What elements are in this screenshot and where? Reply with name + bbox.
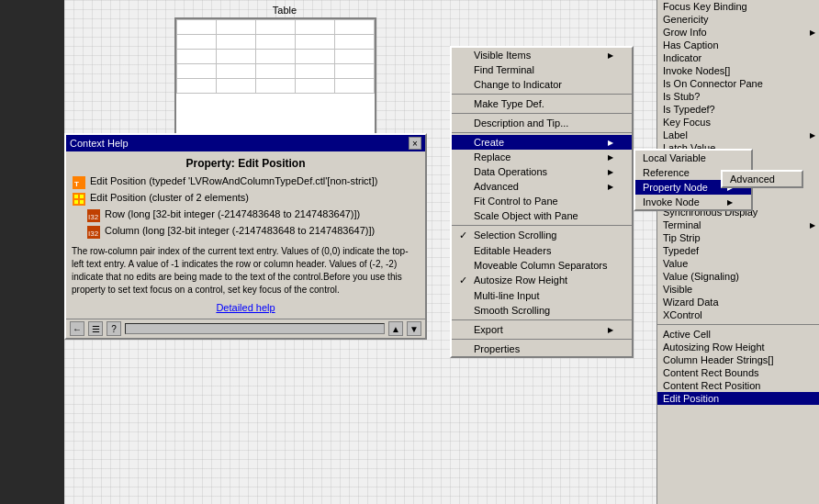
svg-text:I32: I32 — [88, 213, 99, 221]
left-panel — [0, 0, 64, 504]
menu-item-editable-headers[interactable]: Editable Headers — [452, 243, 632, 258]
context-help-item-col: I32 Column (long [32-bit integer (-21474… — [72, 225, 420, 240]
arrow-icon: ▶ — [608, 51, 613, 60]
export-arrow-icon: ▶ — [608, 326, 613, 334]
invoke-node-arrow-icon: ▶ — [727, 198, 733, 207]
typedef-text: Edit Position (typedef 'LVRowAndColumnTy… — [90, 175, 420, 186]
context-help-title-text: Context Help — [70, 138, 129, 149]
menu-item-multiline-input[interactable]: Multi-line Input — [452, 288, 632, 303]
right-panel-item-content-rect-bounds[interactable]: Content Rect Bounds — [657, 366, 819, 379]
context-help-property-title: Property: Edit Position — [72, 157, 420, 170]
context-help-footer: ← ☰ ? ▲ ▼ — [66, 319, 425, 338]
cluster-text: Edit Position (cluster of 2 elements) — [90, 192, 420, 203]
right-panel-item-typedef[interactable]: Typedef — [657, 244, 819, 257]
submenu-item-advanced[interactable]: Advanced — [723, 172, 802, 186]
menu-item-replace[interactable]: Replace ▶ — [452, 150, 632, 164]
context-help-description: The row-column pair index of the current… — [72, 245, 420, 297]
table-row — [177, 64, 375, 79]
property-node-submenu-panel: Advanced — [721, 170, 803, 188]
separator-4 — [452, 225, 632, 226]
footer-back-icon[interactable]: ← — [70, 321, 84, 336]
right-panel-item-indicator[interactable]: Indicator — [657, 51, 819, 64]
svg-rect-4 — [80, 195, 84, 198]
right-panel-item-tip-strip[interactable]: Tip Strip — [657, 231, 819, 244]
right-panel-item-invoke-nodes[interactable]: Invoke Nodes[] — [657, 64, 819, 77]
right-panel-item-content-rect-position[interactable]: Content Rect Position — [657, 379, 819, 392]
row-icon: I32 — [86, 208, 101, 223]
typedef-icon: T — [72, 175, 86, 190]
separator-6 — [452, 339, 632, 340]
menu-item-properties[interactable]: Properties — [452, 342, 632, 356]
menu-item-description-tip[interactable]: Description and Tip... — [452, 116, 632, 130]
table-inner — [176, 19, 375, 94]
right-panel-item-is-on-connector-pane[interactable]: Is On Connector Pane — [657, 77, 819, 90]
right-panel-item-value-signaling[interactable]: Value (Signaling) — [657, 270, 819, 283]
menu-item-smooth-scrolling[interactable]: Smooth Scrolling — [452, 303, 632, 318]
context-menu: Visible Items ▶ Find Terminal Change to … — [450, 46, 634, 358]
terminal-arrow: ▶ — [810, 221, 815, 230]
menu-item-visible-items[interactable]: Visible Items ▶ — [452, 48, 632, 62]
context-help-window: Context Help × Property: Edit Position T… — [64, 133, 427, 340]
workspace: Table Cont — [64, 0, 656, 504]
menu-item-fit-control[interactable]: Fit Control to Pane — [452, 194, 632, 208]
menu-item-scale-object[interactable]: Scale Object with Pane — [452, 208, 632, 223]
context-help-item-typedef: T Edit Position (typedef 'LVRowAndColumn… — [72, 175, 420, 190]
data-operations-arrow-icon: ▶ — [608, 168, 613, 176]
right-panel-item-active-cell[interactable]: Active Cell — [657, 328, 819, 341]
footer-scrollbar[interactable] — [125, 323, 385, 334]
separator-3 — [452, 132, 632, 133]
right-panel-item-label[interactable]: Label ▶ — [657, 129, 819, 141]
context-help-close-button[interactable]: × — [409, 137, 421, 150]
right-panel-item-has-caption[interactable]: Has Caption — [657, 39, 819, 51]
col-svg: I32 — [87, 226, 100, 239]
right-panel-item-edit-position[interactable]: Edit Position — [657, 392, 819, 405]
right-panel-item-value[interactable]: Value — [657, 257, 819, 270]
menu-item-data-operations[interactable]: Data Operations ▶ — [452, 164, 632, 179]
footer-scroll-up[interactable]: ▲ — [388, 321, 403, 336]
table-body — [174, 17, 376, 137]
table-row — [177, 50, 375, 64]
right-panel-item-is-typedef[interactable]: Is Typedef? — [657, 103, 819, 116]
right-panel-item-visible[interactable]: Visible — [657, 283, 819, 296]
right-panel-item-genericity[interactable]: Genericity — [657, 13, 819, 26]
table-row — [177, 79, 375, 94]
svg-text:T: T — [74, 180, 79, 188]
right-panel-item-focus-key-binding[interactable]: Focus Key Binding — [657, 0, 819, 13]
right-panel-item-xcontrol[interactable]: XControl — [657, 308, 819, 321]
table-row — [177, 20, 375, 35]
menu-item-selection-scrolling[interactable]: ✓Selection Scrolling — [452, 228, 632, 243]
col-text: Column (long [32-bit integer (-214748364… — [105, 225, 420, 236]
menu-item-autosize-row[interactable]: ✓Autosize Row Height — [452, 273, 632, 288]
submenu-item-local-variable[interactable]: Local Variable — [635, 151, 751, 165]
right-panel-item-key-focus[interactable]: Key Focus — [657, 116, 819, 129]
main-context-menu: Visible Items ▶ Find Terminal Change to … — [450, 46, 634, 358]
create-arrow-icon: ▶ — [608, 139, 613, 147]
footer-scroll-down[interactable]: ▼ — [407, 321, 421, 336]
label-arrow: ▶ — [810, 131, 815, 140]
menu-item-moveable-col-sep[interactable]: Moveable Column Separators — [452, 258, 632, 273]
right-panel-item-autosizing-row-height[interactable]: Autosizing Row Height — [657, 341, 819, 353]
menu-item-make-type-def[interactable]: Make Type Def. — [452, 96, 632, 111]
menu-item-export[interactable]: Export ▶ — [452, 322, 632, 337]
context-help-item-row: I32 Row (long [32-bit integer (-21474836… — [72, 208, 420, 223]
table-control[interactable]: Table — [174, 5, 395, 137]
svg-rect-3 — [74, 195, 78, 198]
right-panel-item-wizard-data[interactable]: Wizard Data — [657, 296, 819, 308]
row-svg: I32 — [87, 209, 100, 222]
menu-item-find-terminal[interactable]: Find Terminal — [452, 62, 632, 77]
svg-rect-5 — [74, 200, 78, 204]
right-panel-item-terminal[interactable]: Terminal ▶ — [657, 218, 819, 231]
cluster-svg — [73, 193, 85, 206]
menu-item-create[interactable]: Create ▶ — [452, 135, 632, 150]
submenu-item-invoke-node[interactable]: Invoke Node ▶ — [635, 195, 751, 209]
menu-item-change-to-indicator[interactable]: Change to Indicator — [452, 77, 632, 92]
right-panel-item-grow-info[interactable]: Grow Info ▶ — [657, 26, 819, 39]
right-panel-item-column-header-strings[interactable]: Column Header Strings[] — [657, 353, 819, 366]
menu-item-advanced[interactable]: Advanced ▶ — [452, 179, 632, 194]
right-panel-item-is-stub[interactable]: Is Stub? — [657, 90, 819, 103]
footer-menu-icon[interactable]: ☰ — [88, 321, 103, 336]
svg-text:I32: I32 — [88, 230, 99, 238]
right-panel-divider — [657, 324, 819, 325]
detailed-help-link[interactable]: Detailed help — [72, 302, 420, 313]
footer-help-icon[interactable]: ? — [107, 321, 121, 336]
